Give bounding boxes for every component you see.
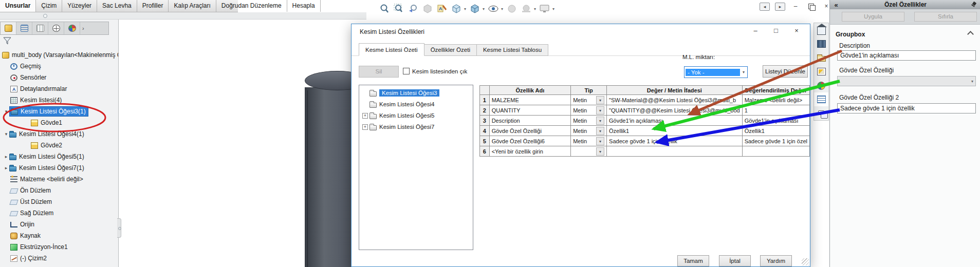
value-cell[interactable]: "SW-Material@@@Kesim Listesi Öğesi3@mult… [607,95,743,105]
property-name-cell[interactable]: MALZEME [489,95,570,105]
combo-caret-icon[interactable]: ▾ [596,127,604,135]
minimize-window-icon[interactable]: – [790,3,801,11]
apply-button[interactable]: Uygula [842,12,904,22]
tree-item-top-plane[interactable]: Üst Düzlem [0,196,119,207]
tree-item-cutlist[interactable]: Kesim listesi(4) [0,94,119,106]
ok-button[interactable]: Tamam [677,255,709,266]
tree-item-material[interactable]: Malzeme <belirli değil> [0,174,119,185]
expander-closed-icon[interactable]: ▸ [3,151,9,162]
tree-item-cutlist-item3[interactable]: ▾Kesim Listesi Öğesi3(1) [0,106,119,117]
tab-mold-tools[interactable]: Kalıp Araçları [169,0,216,12]
hide-show-items-icon[interactable] [488,3,499,14]
cutlist-item-4[interactable]: Kesim Listesi Öğesi4 [359,99,473,110]
dropdown-caret-icon[interactable]: ▾ [971,79,973,84]
tree-item-front-plane[interactable]: Ön Düzlem [0,185,119,196]
body-custom-property-dropdown[interactable]: ▾ [837,76,976,86]
edit-appearance-icon[interactable] [506,3,517,14]
tree-item-history[interactable]: Geçmiş [0,61,119,72]
property-name-cell[interactable]: <Yeni bir özellik girin [489,146,570,157]
dialog-minimize-icon[interactable]: – [745,24,766,39]
file-explorer-tab[interactable] [814,51,828,65]
help-button[interactable]: Yardım [760,255,792,266]
tab-cut-list-summary[interactable]: Kesme Listesi Özeti [359,43,424,56]
property-name-cell[interactable]: QUANTITY [489,105,570,116]
type-cell[interactable]: ▾ [571,146,607,157]
display-style-icon[interactable] [469,3,480,14]
property-name-cell[interactable]: Description [489,116,570,126]
restore-window-icon[interactable] [806,3,816,11]
body-custom-property2-field[interactable]: Sadece gövde 1 için özellik [837,103,976,113]
display-style-caret-icon[interactable]: ▾ [483,7,485,11]
type-cell[interactable]: Metin▾ [571,136,607,146]
tab-sheet-metal[interactable]: Sac Levha [97,0,137,12]
tab-weldments[interactable]: Profiller [137,0,169,12]
panel-splitter-handle[interactable] [117,218,121,238]
value-cell[interactable]: Sadece gövde 1 için özellik [607,136,743,146]
tree-item-cutlist-item7[interactable]: ▸Kesim Listesi Öğesi7(1) [0,162,119,174]
tree-item-extrude-thin[interactable]: Ekstrüzyon-İnce1 [0,241,119,253]
tree-item-annotations[interactable]: Detaylandırmalar [0,83,119,94]
tab-features[interactable]: Unsurlar [0,0,36,12]
tree-item-sketch2[interactable]: (-) Çizim2 [0,253,119,264]
property-name-cell[interactable]: Gövde Özel Özelliği [489,126,570,136]
tree-item-weldment[interactable]: Kaynak [0,230,119,241]
design-library-tab[interactable] [814,37,828,51]
tree-item-cutlist-item5[interactable]: ▸Kesim Listesi Öğesi5(1) [0,151,119,162]
view-orientation-caret-icon[interactable]: ▾ [464,7,466,11]
tree-item-cutlist-item4[interactable]: ▾Kesim Listesi Öğesi4(1) [0,128,119,140]
toolbar-drag-handle[interactable] [43,14,47,18]
property-name-cell[interactable]: Gövde Özel Özelliği6 [489,136,570,146]
apply-scene-icon[interactable] [521,3,532,14]
cancel-button[interactable]: İptal [719,255,751,266]
view-settings-icon[interactable] [539,3,550,14]
previous-document-icon[interactable]: ◂ [760,3,770,11]
value-cell[interactable]: "QUANTITY@@@Kesim Listesi Öğesi3@multi_b… [607,105,743,116]
combo-caret-icon[interactable]: ▾ [596,147,604,156]
description-field[interactable]: Gövde1'in açıklaması [837,50,976,61]
zoom-to-area-icon[interactable] [393,3,404,14]
appearances-tab[interactable] [814,79,828,92]
tree-item-origin[interactable]: Orijin [0,219,119,230]
combo-caret-icon[interactable]: ▾ [596,117,604,125]
hide-show-annotations-icon[interactable]: A [436,3,448,14]
expand-tabs-icon[interactable]: › [82,25,84,31]
tab-direct-editing[interactable]: Doğrudan Düzenleme [216,0,287,12]
collapse-pane-icon[interactable]: « [830,1,842,9]
tree-filter-icon[interactable] [3,37,11,46]
dimxpert-manager-tab[interactable] [48,22,64,34]
cutlist-item-5[interactable]: +Kesim Listesi Öğesi5 [359,110,473,121]
dialog-title-bar[interactable]: Kesim Listesi Özellikleri – □ × [352,24,810,40]
value-cell[interactable]: Gövde1'in açıklaması [607,116,743,126]
type-cell[interactable]: Metin▾ [571,105,607,116]
tab-cut-list-table[interactable]: Kesme Listesi Tablosu [476,44,548,56]
plus-expander-icon[interactable]: + [362,113,368,119]
dialog-maximize-icon[interactable]: □ [766,24,786,39]
zoom-to-fit-icon[interactable] [379,3,390,14]
exclude-from-cutlist-checkbox[interactable]: Kesim listesinden çık [403,68,467,74]
tab-properties-summary[interactable]: Özellikler Özeti [424,44,477,56]
view-orientation-icon[interactable] [451,3,462,14]
combo-caret-icon[interactable]: ▾ [596,96,604,104]
tree-item-body1[interactable]: Gövde1 [0,117,119,128]
configuration-manager-tab[interactable] [32,22,48,34]
checkbox-icon[interactable] [403,68,410,74]
expander-closed-icon[interactable]: ▸ [3,162,9,174]
custom-properties-tab[interactable] [814,92,828,106]
forum-tab[interactable] [814,106,828,120]
type-cell[interactable]: Metin▾ [571,95,607,105]
property-manager-tab[interactable] [16,22,32,34]
pin-icon[interactable] [969,1,980,9]
plus-expander-icon[interactable]: + [362,124,368,130]
combo-caret-icon[interactable]: ▾ [596,106,604,115]
featuremanager-tree-tab[interactable] [1,22,16,34]
ml-quantity-dropdown[interactable]: - Yok - ▾ [684,66,748,78]
combo-caret-icon[interactable]: ▾ [596,137,604,145]
tab-surfaces[interactable]: Yüzeyler [62,0,97,12]
view-palette-tab[interactable] [814,65,828,79]
previous-view-icon[interactable] [408,3,419,14]
home-tab[interactable] [814,23,828,37]
next-document-icon[interactable]: ▸ [775,3,785,11]
dropdown-caret-icon[interactable]: ▾ [743,70,745,74]
edit-list-button[interactable]: Listeyi Düzenle [763,65,808,78]
resize-grip[interactable] [802,258,809,265]
